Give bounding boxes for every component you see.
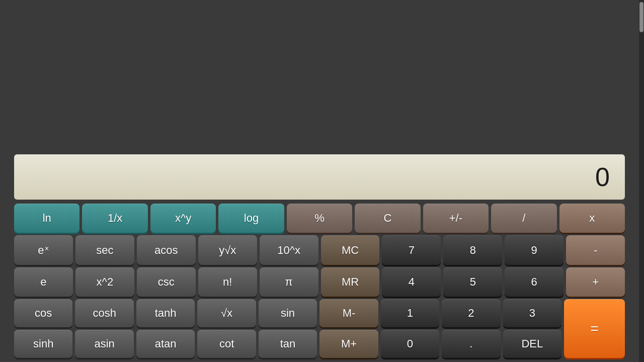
sinh-button[interactable]: sinh [14, 330, 72, 358]
divide-button[interactable]: / [491, 204, 556, 233]
del-button[interactable]: DEL [503, 330, 561, 358]
inv-x-button[interactable]: 1/x [82, 204, 147, 233]
x-sq-button[interactable]: x^2 [75, 267, 134, 297]
m-plus-button[interactable]: M+ [319, 330, 378, 358]
calculator: 0 ln 1/x x^y log % C +/- / x eˣ sec acos… [0, 0, 639, 362]
equals-button[interactable]: = [564, 299, 625, 358]
key-row-3: e x^2 csc n! π MR 4 5 6 + [14, 267, 625, 297]
x-pow-y-button[interactable]: x^y [150, 204, 216, 233]
e-pow-x-button[interactable]: eˣ [14, 235, 73, 264]
pi-button[interactable]: π [260, 267, 318, 297]
m-minus-button[interactable]: M- [319, 299, 378, 327]
percent-button[interactable]: % [287, 204, 352, 233]
multiply-button[interactable]: x [559, 204, 625, 233]
sec-button[interactable]: sec [75, 235, 134, 264]
bottom-rows: cos cosh tanh √x sin M- 1 2 3 sinh asin … [14, 299, 625, 358]
e-button[interactable]: e [14, 267, 73, 297]
tan-button[interactable]: tan [259, 330, 317, 358]
atan-button[interactable]: atan [136, 330, 195, 358]
clear-button[interactable]: C [355, 204, 420, 233]
minus-button[interactable]: - [566, 235, 625, 264]
sin-button[interactable]: sin [259, 299, 317, 327]
keypad: ln 1/x x^y log % C +/- / x eˣ sec acos y… [0, 200, 639, 362]
cos-button[interactable]: cos [14, 299, 72, 327]
display: 0 [14, 154, 625, 200]
one-button[interactable]: 1 [381, 299, 439, 327]
scrollbar-thumb[interactable] [639, 2, 643, 32]
mc-button[interactable]: MC [321, 235, 380, 264]
seven-button[interactable]: 7 [382, 235, 441, 264]
ten-pow-x-button[interactable]: 10^x [260, 235, 318, 264]
dot-button[interactable]: . [442, 330, 500, 358]
display-value: 0 [595, 162, 610, 192]
bottom-rows-left: cos cosh tanh √x sin M- 1 2 3 sinh asin … [14, 299, 561, 358]
zero-button[interactable]: 0 [381, 330, 439, 358]
nine-button[interactable]: 9 [505, 235, 564, 264]
key-row-2: eˣ sec acos y√x 10^x MC 7 8 9 - [14, 235, 625, 264]
scrollbar[interactable] [639, 0, 644, 362]
key-row-1: ln 1/x x^y log % C +/- / x [14, 204, 625, 233]
eight-button[interactable]: 8 [443, 235, 502, 264]
four-button[interactable]: 4 [382, 267, 441, 297]
key-row-5: sinh asin atan cot tan M+ 0 . DEL [14, 330, 561, 358]
key-row-4: cos cosh tanh √x sin M- 1 2 3 [14, 299, 561, 327]
cot-button[interactable]: cot [197, 330, 256, 358]
asin-button[interactable]: asin [75, 330, 133, 358]
sqrt-button[interactable]: √x [197, 299, 256, 327]
acos-button[interactable]: acos [137, 235, 196, 264]
cosh-button[interactable]: cosh [75, 299, 133, 327]
plus-button[interactable]: + [566, 267, 625, 297]
ln-button[interactable]: ln [14, 204, 79, 233]
factorial-button[interactable]: n! [198, 267, 257, 297]
plus-minus-button[interactable]: +/- [423, 204, 489, 233]
y-root-x-button[interactable]: y√x [198, 235, 257, 264]
six-button[interactable]: 6 [505, 267, 564, 297]
three-button[interactable]: 3 [503, 299, 561, 327]
top-spacer [0, 0, 639, 154]
tanh-button[interactable]: tanh [136, 299, 195, 327]
two-button[interactable]: 2 [442, 299, 500, 327]
log-button[interactable]: log [218, 204, 284, 233]
five-button[interactable]: 5 [443, 267, 502, 297]
mr-button[interactable]: MR [321, 267, 380, 297]
csc-button[interactable]: csc [137, 267, 196, 297]
